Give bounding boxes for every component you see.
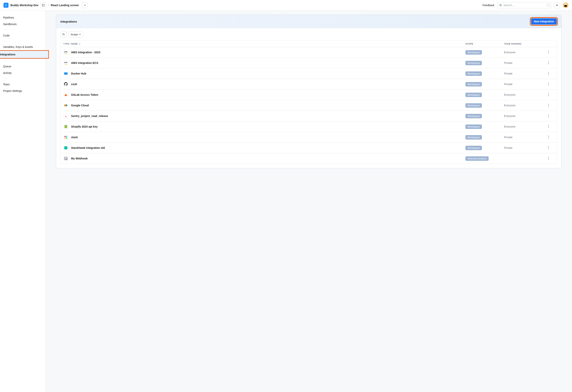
add-button[interactable]: + [554, 2, 560, 8]
row-actions-button[interactable] [543, 72, 554, 76]
integration-row[interactable]: awsAWS Integration ECSWorkspacePrivate [60, 58, 557, 68]
col-type-name[interactable]: TYPE / NAME [63, 43, 465, 45]
search-box[interactable]: / [497, 2, 551, 8]
sidebar-item-pipelines[interactable]: Pipelines [3, 14, 42, 21]
svg-point-14 [548, 74, 549, 75]
sidebar-item-settings[interactable]: Project Settings [3, 88, 42, 94]
integration-name: Sentry_project_read_release [71, 114, 108, 118]
app-logo[interactable] [3, 3, 9, 8]
integration-name: czuli [71, 83, 77, 86]
projects-grid-button[interactable] [40, 2, 46, 8]
svg-point-38 [548, 159, 549, 160]
integrations-table: TYPE / NAME SCOPE TEAM SHARING awsAWS In… [56, 41, 561, 168]
scope-badge: Workspace [465, 135, 482, 140]
integration-row[interactable]: Docker HubWorkspacePrivate [60, 68, 557, 79]
integration-row[interactable]: ⟁Sentry_project_read_releaseWorkspaceEve… [60, 111, 557, 121]
scope-badge: Workspace [465, 61, 482, 65]
scope-badge: Workspace [465, 114, 482, 118]
svg-point-22 [548, 105, 549, 105]
svg-point-36 [548, 157, 549, 157]
scope-badge: Workspace [465, 71, 482, 76]
row-actions-button[interactable] [543, 61, 554, 65]
integration-row[interactable]: StackHawk integration oldWorkspacePrivat… [60, 143, 557, 153]
scope-badge: Workspace [465, 50, 482, 55]
integration-row[interactable]: GitLab Access TokenWorkspaceEveryone [60, 90, 557, 100]
svg-point-21 [548, 104, 549, 104]
row-actions-button[interactable] [543, 136, 554, 139]
svg-point-33 [548, 146, 549, 147]
feedback-link[interactable]: Feedback [483, 4, 494, 7]
svg-point-37 [548, 158, 549, 158]
sidebar-divider [3, 41, 7, 41]
integration-row[interactable]: My WebhookSelected projects [60, 153, 557, 164]
row-actions-button[interactable] [543, 157, 554, 160]
new-integration-button[interactable]: New integration [531, 18, 557, 25]
svg-point-32 [548, 138, 549, 138]
row-actions-button[interactable] [543, 104, 554, 107]
sidebar-item-sandboxes[interactable]: Sandboxes [3, 21, 42, 27]
integration-row[interactable]: Shopify 2024 api keyWorkspaceEveryone [60, 121, 557, 132]
filter-search-button[interactable] [60, 31, 67, 37]
gitlab-icon [63, 92, 68, 97]
sidebar-item-code[interactable]: Code [3, 32, 42, 39]
svg-point-26 [548, 117, 549, 117]
col-sharing: TEAM SHARING [504, 43, 543, 45]
stackhawk-icon [63, 145, 68, 150]
integration-row[interactable]: slackWorkspacePrivate [60, 132, 557, 143]
integration-row[interactable]: awsAWS Integration - 2023WorkspaceEveryo… [60, 47, 557, 58]
svg-point-15 [548, 82, 549, 83]
project-name[interactable]: React Landing screen [51, 4, 79, 7]
scope-badge: Workspace [465, 125, 482, 129]
sidebar-divider [3, 78, 7, 79]
row-actions-button[interactable] [543, 82, 554, 86]
aws-icon: aws [63, 50, 68, 55]
integration-row[interactable]: czuliWorkspacePrivate [60, 79, 557, 90]
svg-point-35 [548, 148, 549, 149]
workspace-name[interactable]: Buddy Workshop Dev [10, 4, 38, 7]
row-actions-button[interactable] [543, 146, 554, 150]
svg-point-34 [548, 147, 549, 148]
svg-rect-0 [42, 4, 43, 5]
panel-title: Integrations [60, 20, 77, 23]
scope-badge: Workspace [465, 93, 482, 97]
team-sharing-value: Private [504, 83, 543, 86]
row-actions-button[interactable] [543, 50, 554, 54]
project-dropdown-button[interactable] [82, 2, 88, 8]
integration-name: AWS Integration ECS [71, 61, 98, 64]
github-icon [63, 82, 68, 87]
svg-point-24 [548, 114, 549, 115]
sidebar-item-variables[interactable]: Variables, Keys & Assets [3, 44, 42, 50]
row-actions-button[interactable] [543, 125, 554, 128]
integration-row[interactable]: Google CloudWorkspaceEveryone [60, 100, 557, 111]
sidebar-item-activity[interactable]: Activity [3, 70, 42, 76]
svg-rect-1 [44, 4, 44, 5]
search-input[interactable] [504, 4, 549, 7]
user-avatar[interactable] [563, 2, 569, 8]
svg-rect-3 [44, 6, 44, 6]
sidebar-item-queue[interactable]: Queue [3, 63, 42, 70]
row-actions-button[interactable] [543, 114, 554, 118]
svg-point-13 [548, 73, 549, 74]
scope-filter-button[interactable]: Scope [68, 31, 83, 37]
webhook-icon [63, 156, 68, 161]
sidebar-item-team[interactable]: Team [3, 81, 42, 88]
team-sharing-value: Private [504, 61, 543, 64]
team-sharing-value: Private [504, 72, 543, 75]
svg-point-5 [63, 33, 64, 35]
integration-name: My Webhook [71, 157, 88, 160]
scope-badge: Workspace [465, 82, 482, 86]
svg-point-8 [548, 53, 549, 53]
row-actions-button[interactable] [543, 93, 554, 97]
integration-name: Shopify 2024 api key [71, 125, 98, 128]
svg-point-28 [548, 126, 549, 127]
sentry-icon: ⟁ [63, 113, 68, 119]
sort-icon [79, 43, 80, 45]
integration-name: Docker Hub [71, 72, 86, 75]
content-area: Integrations New integration Scope TYPE … [46, 10, 572, 392]
integrations-panel: Integrations New integration Scope TYPE … [56, 15, 562, 168]
team-sharing-value: Private [504, 136, 543, 139]
chevron-down-icon [79, 34, 81, 35]
team-sharing-value: Everyone [504, 114, 543, 118]
integration-name: GitLab Access Token [71, 93, 98, 96]
sidebar-item-integrations[interactable]: Integrations [0, 50, 48, 58]
